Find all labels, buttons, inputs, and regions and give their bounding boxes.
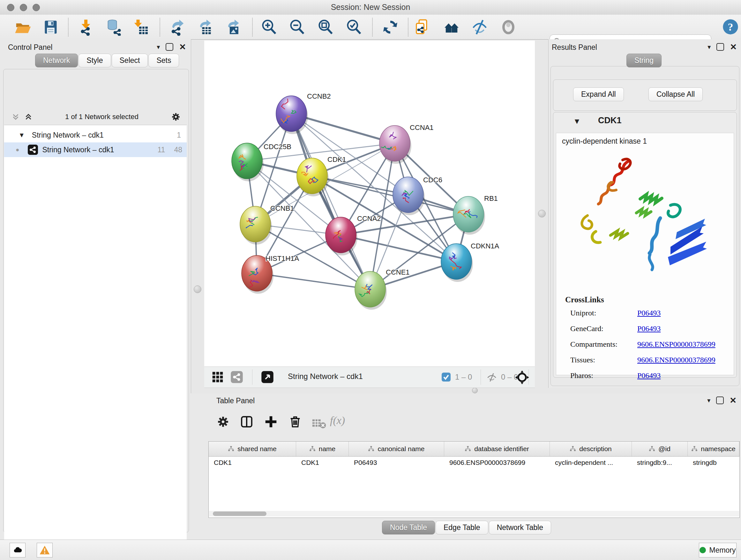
toolbar-separator — [159, 18, 160, 37]
export-image-icon[interactable] — [224, 18, 242, 36]
crosslink-value-link[interactable]: P06493 — [637, 371, 661, 380]
node-RB1[interactable]: RB1 — [453, 194, 498, 235]
close-panel-icon[interactable]: ✕ — [730, 44, 737, 50]
import-network-database-icon[interactable] — [105, 18, 123, 36]
tab-node-table[interactable]: Node Table — [382, 521, 435, 535]
network-collection-row[interactable]: ▼ String Network – cdk1 1 — [4, 128, 187, 142]
open-view-icon[interactable] — [261, 371, 274, 383]
node-table: shared namenamecanonical namedatabase id… — [208, 441, 740, 518]
node-CCNA1[interactable]: CCNA1 — [380, 124, 434, 164]
export-network-icon[interactable] — [169, 18, 186, 36]
selected-nodes-checkbox-icon[interactable] — [441, 372, 451, 382]
column-header-shared-name[interactable]: shared name — [209, 442, 296, 456]
delete-column-trash-icon[interactable] — [288, 415, 302, 429]
close-panel-icon[interactable]: ✕ — [730, 397, 737, 403]
memory-button[interactable]: Memory — [699, 543, 737, 557]
show-hide-details-icon[interactable] — [471, 18, 488, 36]
network-view-title: String Network – cdk1 — [288, 372, 363, 381]
node-label-CDC25B: CDC25B — [264, 143, 291, 151]
node-CDC6[interactable]: CDC6 — [393, 176, 442, 215]
network-graph[interactable]: CCNB2CCNA1CDC25BCDK1CDC6RB1CCNB1CCNA2CDK… — [204, 41, 535, 367]
column-header-name[interactable]: name — [296, 442, 349, 456]
node-CCNB1[interactable]: CCNB1 — [240, 204, 294, 245]
network-canvas[interactable]: CCNB2CCNA1CDC25BCDK1CDC6RB1CCNB1CCNA2CDK… — [204, 41, 535, 367]
panel-menu-icon[interactable]: ▾ — [708, 43, 711, 51]
tab-style[interactable]: Style — [78, 54, 111, 67]
zoom-in-icon[interactable] — [260, 18, 278, 36]
panel-menu-icon[interactable]: ▾ — [707, 396, 711, 404]
save-session-icon[interactable] — [42, 18, 59, 36]
tab-edge-table[interactable]: Edge Table — [435, 521, 488, 535]
node-label-CDK1: CDK1 — [327, 155, 346, 164]
clone-network-icon[interactable] — [414, 18, 431, 36]
node-CCNA2[interactable]: CCNA2 — [326, 214, 381, 255]
home-icon[interactable] — [443, 18, 460, 36]
main-toolbar: ? — [0, 15, 741, 40]
expand-all-button[interactable]: Expand All — [573, 87, 624, 101]
panel-menu-icon[interactable]: ▾ — [157, 43, 160, 51]
table-options-gear-icon[interactable] — [216, 415, 230, 429]
right-splitter-handle[interactable] — [538, 210, 546, 217]
grid-view-icon[interactable] — [211, 371, 224, 383]
crosslink-value-link[interactable]: 9606.ENSP00000378699 — [637, 356, 716, 364]
help-icon[interactable]: ? — [722, 18, 739, 36]
tab-select[interactable]: Select — [112, 54, 148, 67]
float-panel-icon[interactable] — [717, 43, 724, 51]
gene-card-expander-icon[interactable]: ▼ — [573, 117, 581, 126]
collapse-all-icon[interactable] — [11, 112, 20, 122]
expand-all-icon[interactable] — [23, 112, 33, 122]
float-panel-icon[interactable] — [165, 43, 173, 51]
float-panel-icon[interactable] — [716, 396, 724, 404]
tab-network[interactable]: Network — [35, 54, 78, 67]
scrollbar-thumb[interactable] — [213, 511, 266, 516]
column-header-canonical-name[interactable]: canonical name — [349, 442, 444, 456]
close-panel-icon[interactable]: ✕ — [179, 44, 186, 50]
gene-card: ▼ CDK1 cyclin-dependent kinase 1 — [553, 112, 737, 378]
left-splitter-handle[interactable] — [194, 286, 201, 293]
column-header-namespace[interactable]: namespace — [688, 442, 739, 456]
crosslink-value-link[interactable]: P06493 — [637, 309, 661, 317]
edge-CCNB2-CCNE1[interactable] — [291, 114, 370, 289]
network-selected-status: 1 of 1 Network selected — [33, 113, 171, 121]
crosslink-label: Pharos: — [570, 371, 637, 380]
network-view-icon[interactable] — [230, 371, 243, 383]
node-CDKN1A[interactable]: CDKN1A — [441, 242, 499, 282]
network-row-selected[interactable]: ● String Network – cdk1 11 48 — [4, 142, 187, 157]
birdseye-target-icon[interactable] — [515, 370, 530, 385]
import-network-icon[interactable] — [77, 18, 94, 36]
crosslink-row: Tissues:9606.ENSP00000378699 — [570, 356, 727, 364]
add-column-icon[interactable] — [264, 415, 278, 429]
zoom-selected-icon[interactable] — [345, 18, 362, 36]
collection-expander-icon[interactable]: ▼ — [18, 132, 25, 139]
title-bar: Session: New Session — [0, 0, 741, 15]
crosslink-label: Uniprot: — [570, 309, 637, 317]
tab-network-table[interactable]: Network Table — [489, 521, 551, 535]
collapse-all-button[interactable]: Collapse All — [649, 87, 703, 101]
split-columns-icon[interactable] — [239, 415, 254, 429]
birds-eye-icon[interactable] — [500, 18, 517, 36]
refresh-network-icon[interactable] — [382, 18, 399, 36]
horizontal-scrollbar[interactable] — [209, 511, 739, 516]
zoom-out-icon[interactable] — [288, 18, 306, 36]
warning-button[interactable] — [37, 543, 53, 557]
cloud-button[interactable] — [10, 543, 25, 557]
node-CCNE1[interactable]: CCNE1 — [355, 268, 410, 310]
column-header-database-identifier[interactable]: database identifier — [444, 442, 550, 456]
node-HIST1H1A[interactable]: HIST1H1A — [242, 254, 299, 294]
edge-CCNE1-HIST1H1A[interactable] — [257, 273, 370, 289]
node-CCNB2[interactable]: CCNB2 — [276, 92, 331, 134]
crosslink-value-link[interactable]: 9606.ENSP00000378699 — [637, 340, 716, 349]
edge-CDK1-RB1[interactable] — [312, 176, 468, 214]
import-table-icon[interactable] — [132, 18, 149, 36]
horizontal-splitter-handle[interactable] — [472, 388, 478, 393]
edge-CCNA2-CDKN1A[interactable] — [341, 235, 456, 261]
open-session-icon[interactable] — [14, 18, 31, 36]
tab-string[interactable]: String — [626, 54, 662, 67]
zoom-fit-icon[interactable] — [317, 18, 334, 36]
crosslink-value-link[interactable]: P06493 — [637, 324, 661, 333]
gear-icon[interactable] — [171, 111, 181, 122]
tab-sets[interactable]: Sets — [148, 54, 179, 67]
export-table-icon[interactable] — [196, 18, 213, 36]
column-header-description[interactable]: description — [550, 442, 632, 456]
column-header--id[interactable]: @id — [632, 442, 688, 456]
